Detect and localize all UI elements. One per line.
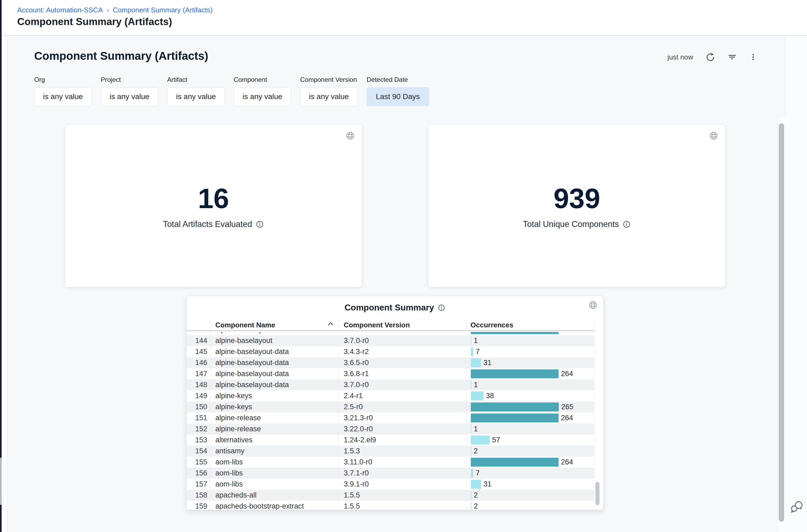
breadcrumb-current-link[interactable]: Component Summary (Artifacts) [113,6,213,14]
occurrences-cell: 264 [466,332,594,334]
occurrences-cell: 264 [466,369,594,378]
component-name-cell: alpine-release [210,414,338,422]
filter-value-button[interactable]: is any value [234,87,291,106]
info-icon[interactable] [256,220,264,228]
component-version-cell: 2.5-r0 [338,403,466,411]
table-scrollbar-thumb[interactable] [595,482,599,505]
table-row: 148 alpine-baselayout-data 3.7.0-r0 1 [187,379,594,391]
occurrences-cell: 31 [466,358,594,367]
filter-label: Artifact [167,76,225,83]
occurrences-cell: 31 [466,480,594,489]
row-index: 144 [187,337,210,345]
sidebar-scroll-thumb[interactable] [0,458,2,505]
occurrence-bar [471,502,471,510]
occurrence-value: 264 [561,414,573,422]
column-header-occurrences[interactable]: Occurrences [470,319,513,331]
occurrence-bar [471,414,559,422]
more-options-button[interactable] [749,53,757,61]
filter-value-button[interactable]: is any value [101,87,158,106]
breadcrumb-account-link[interactable]: Account: Automation-SSCA [17,6,103,14]
component-version-cell: 1.5.5 [338,491,466,499]
filter-label: Component Version [300,76,358,83]
filter-group: Project is any value [101,76,158,106]
component-name-cell: alpine-baselayout-data [210,347,338,356]
page-title: Component Summary (Artifacts) [17,16,172,27]
component-version-cell: 1.5.3 [338,447,466,455]
component-name-cell: apacheds-all [210,491,338,499]
column-header-component-name[interactable]: Component Name [215,319,275,331]
occurrences-cell: 2 [466,446,594,456]
globe-icon[interactable] [709,131,718,140]
collapsed-sidebar[interactable] [0,0,2,532]
row-index: 159 [187,502,210,510]
breadcrumb-separator-icon: › [107,6,109,14]
filter-value-button[interactable]: is any value [34,87,92,106]
table-row: 149 alpine-keys 2.4-r1 38 [187,391,594,401]
occurrence-value: 264 [561,332,573,334]
component-version-cell: 3.6.8-r1 [338,332,466,334]
sort-ascending-icon[interactable] [327,322,334,326]
row-index: 151 [187,414,210,422]
row-index: 154 [187,447,210,455]
occurrences-cell: 57 [466,436,594,444]
filter-label: Project [101,76,158,83]
component-name-cell: alternatives [210,436,338,444]
occurrence-bar [471,424,471,434]
stat-value: 16 [65,185,362,212]
component-name-cell: apacheds-bootstrap-extract [210,502,338,510]
chat-bubbles-icon [790,500,805,515]
occurrence-value: 1 [474,381,478,389]
occurrence-value: 57 [492,436,500,444]
info-icon[interactable] [622,220,631,228]
table-row: 144 alpine-baselayout 3.7.0-r0 1 [187,335,594,346]
table-row: 159 apacheds-bootstrap-extract 1.5.5 2 [187,501,594,510]
filter-value-button[interactable]: Last 90 Days [367,87,429,106]
table-body[interactable]: 143 alpine-baselayout 3.6.8-r1 264 144 a… [187,332,594,510]
occurrences-cell: 1 [466,380,594,389]
filter-value-button[interactable]: is any value [167,87,225,106]
occurrence-value: 31 [483,359,492,367]
occurrence-bar [471,446,471,456]
refresh-icon [706,52,715,62]
column-header-component-version[interactable]: Component Version [344,319,410,331]
occurrences-cell: 7 [466,347,594,356]
occurrence-value: 2 [474,502,478,510]
filter-group: Detected Date Last 90 Days [367,76,429,106]
refresh-button[interactable] [706,52,715,62]
globe-icon[interactable] [346,131,355,140]
table-row: 156 aom-libs 3.7.1-r0 7 [187,468,594,479]
table-header: Component Name Component Version Occurre… [187,319,594,331]
table-title-row: Component Summary [187,303,603,312]
component-name-cell: alpine-keys [210,392,338,400]
table-row: 152 alpine-release 3.22.0-r0 1 [187,423,594,435]
component-name-cell: alpine-keys [210,403,338,411]
stat-label-row: Total Artifacts Evaluated [65,220,362,229]
filter-value-button[interactable]: is any value [300,87,358,106]
dashboard-title: Component Summary (Artifacts) [34,50,208,62]
occurrences-cell: 2 [466,491,594,500]
table-row: 155 aom-libs 3.11.0-r0 264 [187,457,594,468]
filter-button[interactable] [728,53,737,62]
info-icon[interactable] [438,304,445,311]
component-name-cell: aom-libs [210,458,338,466]
chat-help-button[interactable] [790,500,805,515]
row-index: 145 [187,347,210,356]
occurrence-bar [471,491,471,500]
occurrence-bar [471,358,481,367]
row-index: 152 [187,425,210,433]
component-version-cell: 3.7.0-r0 [338,381,466,389]
occurrence-bar [471,402,559,412]
filter-label: Detected Date [367,76,429,83]
row-index: 149 [187,392,210,400]
component-summary-table-card: Component Summary Component Name Compone… [187,296,603,510]
stat-label: Total Unique Components [523,220,619,229]
component-version-cell: 3.22.0-r0 [338,425,466,433]
page-scrollbar-thumb[interactable] [779,123,784,522]
globe-icon[interactable] [589,301,598,310]
table-row: 143 alpine-baselayout 3.6.8-r1 264 [187,332,594,335]
occurrences-cell: 1 [466,424,594,434]
occurrence-value: 264 [561,370,573,378]
component-name-cell: alpine-release [210,425,338,433]
occurrences-cell: 7 [466,469,594,478]
component-version-cell: 3.9.1-r0 [338,480,466,488]
